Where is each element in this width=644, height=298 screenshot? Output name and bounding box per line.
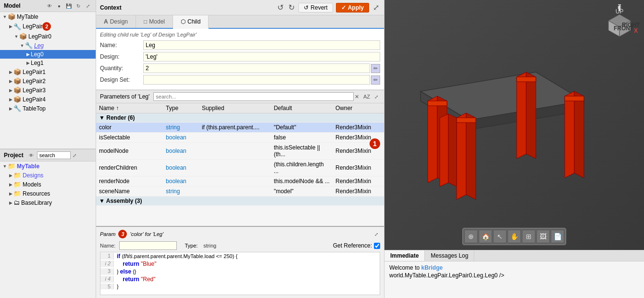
group-assembly-arrow[interactable]: ▼	[99, 198, 105, 204]
search-clear-icon[interactable]: ✕	[355, 94, 359, 100]
tab-model[interactable]: □ Model	[136, 15, 173, 28]
undo-icon[interactable]: ↺	[276, 2, 285, 13]
param-row-renderchildren[interactable]: renderChildren boolean (this.children.le…	[96, 160, 384, 176]
frame-button[interactable]: 🖼	[536, 230, 550, 243]
arrow-legpair0[interactable]: ▼	[13, 34, 19, 39]
arrow-designs[interactable]: ▶	[8, 173, 13, 178]
code-line-1: 1 if (this.parent.parent.parent.MyTable.…	[100, 252, 380, 260]
params-expand-icon[interactable]: ⤢	[372, 93, 380, 100]
quantity-input[interactable]	[143, 63, 370, 73]
arrow-proj-mytable[interactable]: ▼	[2, 163, 8, 169]
expand2-icon[interactable]: ⤢	[71, 151, 78, 159]
design-input[interactable]	[143, 52, 380, 62]
tab-immediate[interactable]: Immediate	[384, 250, 425, 261]
arrow-leg[interactable]: ▼	[19, 43, 25, 49]
line-num-3: 3	[100, 268, 114, 275]
select-tool-button[interactable]: ↖	[493, 230, 507, 243]
line-num-2: i 2	[100, 261, 114, 267]
arrow-resources[interactable]: ▶	[8, 191, 13, 197]
apply-icon: ✓	[341, 4, 346, 11]
sort-icon[interactable]: AZ	[363, 93, 371, 100]
fullscreen-icon[interactable]: ⤢	[372, 2, 380, 13]
arrow-baselibrary[interactable]: ▶	[8, 200, 13, 206]
tree-item-legpair3[interactable]: ▶ 📦 LegPair3	[0, 86, 96, 95]
tab-design[interactable]: A Design	[96, 15, 136, 28]
quantity-label: Quantity:	[100, 65, 143, 72]
tree-item-leg[interactable]: ▼ 🔧 Leg	[0, 41, 96, 50]
group-render[interactable]: ▼ Render (6)	[96, 113, 384, 123]
circle-icon[interactable]: ●	[55, 2, 63, 10]
home-view-button[interactable]: 🏠	[479, 230, 492, 243]
arrow-legpair[interactable]: ▶	[8, 24, 13, 29]
revert-button[interactable]: ↺ Revert	[298, 3, 333, 12]
tab-messages-log[interactable]: Messages Log	[425, 250, 474, 261]
param-name-input[interactable]	[119, 241, 177, 250]
tree-item-mytable[interactable]: ▼ 📦 MyTable	[0, 12, 96, 21]
param-row-isselectable[interactable]: isSelectable boolean false Render3Mixin	[96, 133, 384, 143]
col-header-owner: Owner	[333, 103, 384, 113]
tree-item-legpair2[interactable]: ▶ 📦 LegPair2	[0, 76, 96, 86]
redo-icon[interactable]: ↻	[287, 2, 296, 13]
project-tree-resources[interactable]: ▶ 📁 Resources	[0, 189, 96, 198]
tab-child[interactable]: ⬡ Child	[173, 15, 209, 29]
code-editor[interactable]: 1 if (this.parent.parent.parent.MyTable.…	[100, 252, 380, 295]
grid-button[interactable]: ⊞	[522, 230, 535, 243]
svg-text:X: X	[634, 27, 638, 34]
label-proj-mytable: MyTable	[17, 163, 39, 170]
arrow-legpair4[interactable]: ▶	[8, 97, 13, 102]
project-tree-models[interactable]: ▶ 📁 Models	[0, 180, 96, 189]
param-row-color[interactable]: color string if (this.parent.parent.... …	[96, 123, 384, 133]
refresh-icon[interactable]: ↻	[74, 2, 82, 10]
params-search-input[interactable]	[153, 92, 354, 101]
tree-item-leg1[interactable]: ▶ Leg1	[0, 59, 96, 67]
tree-item-leg0[interactable]: ▶ Leg0	[0, 50, 96, 59]
project-search-input[interactable]	[37, 151, 71, 159]
arrow-leg0[interactable]: ▶	[25, 51, 31, 57]
designset-input[interactable]	[143, 75, 370, 85]
code-line-5: 5 }	[100, 283, 380, 290]
tree-item-tabletop[interactable]: ▶ 🔧 TableTop	[0, 104, 96, 113]
param-row-scenename[interactable]: sceneName string "model" Render3Mixin	[96, 186, 384, 197]
line-text-5: }	[114, 284, 119, 289]
project-tree-baselibrary[interactable]: ▶ 🗂 BaseLibrary	[0, 198, 96, 207]
arrow-models[interactable]: ▶	[8, 182, 13, 187]
arrow-legpair3[interactable]: ▶	[8, 87, 13, 93]
param-editor: Param 3 'color' for 'Leg' ⤢ Name: Type: …	[96, 226, 384, 298]
quantity-edit-icon[interactable]: ✏	[371, 64, 380, 73]
param-expand-icon[interactable]: ⤢	[372, 230, 380, 238]
eye2-icon[interactable]: 👁	[27, 151, 35, 159]
tree-item-legpair0[interactable]: ▼ 📦 LegPair0	[0, 32, 96, 41]
param-type-rendernode: boolean	[163, 176, 199, 186]
tree-item-legpair[interactable]: ▶ 🔧 LegPair 2	[0, 21, 96, 32]
label-leg: Leg	[34, 42, 44, 49]
nav-up-icon[interactable]: ⬆	[616, 4, 622, 13]
group-assembly-label: Assembly (3)	[106, 198, 142, 204]
export-button[interactable]: 📄	[551, 230, 564, 243]
viewport[interactable]: Z UP FRONT RIGHT X ⬆	[384, 0, 644, 250]
pan-tool-button[interactable]: ✋	[508, 230, 521, 243]
param-default-renderchildren: (this.children.length ...	[271, 160, 333, 176]
tree-item-legpair1[interactable]: ▶ 📦 LegPair1	[0, 67, 96, 76]
arrow-tabletop[interactable]: ▶	[8, 106, 13, 112]
expand-icon[interactable]: ⤢	[84, 2, 92, 10]
param-row-modelnode[interactable]: modelNode boolean this.isSelectable || (…	[96, 143, 384, 160]
save-icon[interactable]: 💾	[65, 2, 73, 10]
arrow-mytable[interactable]: ▼	[2, 14, 8, 20]
get-reference-checkbox[interactable]	[374, 243, 380, 249]
arrow-legpair1[interactable]: ▶	[8, 69, 13, 75]
name-input[interactable]	[143, 40, 380, 50]
tree-item-legpair4[interactable]: ▶ 📦 LegPair4	[0, 95, 96, 104]
arrow-legpair2[interactable]: ▶	[8, 78, 13, 84]
param-editor-header: Param 3 'color' for 'Leg' ⤢	[100, 230, 380, 238]
arrow-leg1[interactable]: ▶	[25, 60, 31, 66]
param-row-rendernode[interactable]: renderNode boolean this.modelNode && ...…	[96, 176, 384, 186]
project-tree-designs[interactable]: ▶ 📁 Designs	[0, 171, 96, 180]
project-tree-mytable[interactable]: ▼ 📁 MyTable	[0, 161, 96, 171]
apply-button[interactable]: ✓ Apply	[336, 3, 369, 12]
group-assembly[interactable]: ▼ Assembly (3)	[96, 197, 384, 206]
designset-edit-icon[interactable]: ✏	[371, 75, 380, 85]
context-title: Context	[100, 4, 122, 11]
eye-icon[interactable]: 👁	[46, 2, 53, 10]
group-render-arrow[interactable]: ▼	[99, 114, 105, 121]
reset-view-button[interactable]: ⊕	[464, 230, 478, 243]
